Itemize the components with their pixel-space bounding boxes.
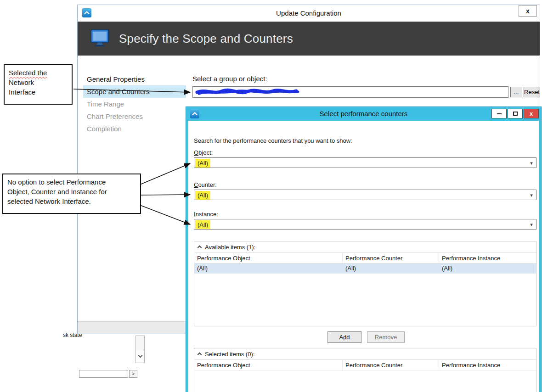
annotation-callout-network-interface: Selected the Network Interface bbox=[4, 64, 73, 105]
dialog-title: Select performance counters bbox=[188, 110, 539, 118]
cell-performance-instance: (All) bbox=[439, 263, 536, 274]
background-vertical-scrollbar[interactable] bbox=[136, 336, 145, 363]
available-items-header[interactable]: Available items (1): bbox=[194, 241, 536, 252]
maximize-button[interactable] bbox=[508, 109, 523, 118]
title-bar[interactable]: Select performance counters x bbox=[188, 107, 539, 121]
access-key: O bbox=[194, 149, 198, 156]
instance-dropdown[interactable]: (All) ▾ bbox=[194, 219, 536, 230]
monitor-icon bbox=[90, 29, 111, 48]
close-button[interactable]: x bbox=[519, 5, 537, 17]
chevron-right-icon: > bbox=[132, 371, 135, 376]
select-performance-counters-dialog: Select performance counters x Search for… bbox=[186, 107, 541, 392]
annotation-text: Object, Counter and Instance for bbox=[7, 187, 136, 196]
group-object-label: Select a group or object: bbox=[192, 75, 267, 83]
nav-item-chart-preferences[interactable]: Chart Preferences bbox=[83, 110, 186, 123]
instance-value: (All) bbox=[195, 220, 210, 229]
collapse-icon bbox=[198, 246, 202, 250]
label-part: bject: bbox=[198, 149, 213, 156]
group-object-input[interactable] bbox=[192, 86, 508, 98]
dialog-content: Search for the performance counters that… bbox=[188, 121, 539, 392]
counter-value: (All) bbox=[195, 191, 210, 200]
browse-button[interactable]: ... bbox=[510, 87, 522, 97]
scroll-right-button[interactable]: > bbox=[129, 370, 137, 378]
chevron-down-icon[interactable]: ▾ bbox=[527, 190, 536, 200]
title-bar[interactable]: Update Configuration x bbox=[78, 5, 540, 22]
window-controls: x bbox=[491, 109, 539, 118]
label-part: nstance: bbox=[196, 211, 218, 218]
counter-dropdown[interactable]: (All) ▾ bbox=[194, 190, 536, 200]
object-label: Object: bbox=[194, 149, 213, 156]
object-dropdown[interactable]: (All) ▾ bbox=[194, 157, 536, 168]
counter-label: Counter: bbox=[194, 181, 217, 188]
nav-item-general-properties[interactable]: General Properties bbox=[83, 73, 186, 85]
cell-performance-object: (All) bbox=[194, 263, 343, 274]
annotation-text: selected Network Interface. bbox=[7, 196, 136, 206]
available-items-panel: Available items (1): Performance Object … bbox=[194, 241, 536, 326]
wizard-nav: General Properties Scope and Counters Ti… bbox=[83, 73, 186, 135]
minimize-icon bbox=[497, 113, 502, 114]
collapse-icon bbox=[198, 353, 202, 357]
instance-label: Instance: bbox=[194, 211, 218, 218]
minimize-button[interactable] bbox=[491, 109, 507, 118]
maximize-icon bbox=[513, 112, 518, 116]
reset-button[interactable]: Reset bbox=[524, 87, 540, 97]
label-part: d bbox=[346, 334, 350, 341]
column-header-performance-object[interactable]: Performance Object bbox=[194, 360, 343, 370]
chevron-down-icon[interactable]: ▾ bbox=[527, 158, 536, 168]
remove-button[interactable]: Remove bbox=[367, 331, 405, 343]
chevron-down-icon bbox=[138, 353, 142, 358]
nav-item-completion[interactable]: Completion bbox=[83, 123, 186, 135]
nav-item-scope-and-counters[interactable]: Scope and Counters bbox=[83, 85, 186, 98]
access-key: R bbox=[375, 334, 379, 341]
table-header-row: Performance Object Performance Counter P… bbox=[194, 252, 536, 263]
label-part: A bbox=[339, 334, 343, 341]
selected-items-label: Selected items (0): bbox=[205, 351, 254, 358]
column-header-performance-instance[interactable]: Performance Instance bbox=[439, 253, 536, 263]
add-button[interactable]: Add bbox=[327, 331, 361, 343]
dialog-header: Specify the Scope and Counters bbox=[78, 22, 540, 56]
column-header-performance-object[interactable]: Performance Object bbox=[194, 253, 343, 263]
chevron-down-icon[interactable]: ▾ bbox=[527, 220, 536, 230]
nav-item-time-range[interactable]: Time Range bbox=[83, 98, 186, 110]
dialog-title: Update Configuration bbox=[78, 9, 540, 17]
redaction-scribble bbox=[194, 87, 305, 97]
selected-items-panel: Selected items (0): Performance Object P… bbox=[194, 348, 536, 392]
scroll-down-button[interactable] bbox=[136, 350, 144, 363]
label-part: ounter: bbox=[198, 181, 216, 188]
column-header-performance-counter[interactable]: Performance Counter bbox=[343, 253, 439, 263]
annotation-text: Interface bbox=[9, 87, 68, 97]
background-horizontal-scrollbar[interactable] bbox=[79, 370, 128, 378]
table-row[interactable]: (All) (All) (All) bbox=[194, 263, 536, 274]
annotation-text: Selected the bbox=[9, 68, 68, 78]
annotation-callout-no-option: No option to select Performance Object, … bbox=[2, 174, 141, 214]
annotation-text: Network bbox=[9, 78, 68, 87]
page-title: Specify the Scope and Counters bbox=[119, 32, 293, 46]
label-part: emove bbox=[379, 334, 397, 341]
close-icon: x bbox=[526, 7, 530, 15]
object-value: (All) bbox=[195, 159, 210, 168]
search-instructions: Search for the performance counters that… bbox=[194, 137, 352, 144]
table-header-row: Performance Object Performance Counter P… bbox=[194, 359, 536, 370]
close-button[interactable]: x bbox=[524, 109, 539, 118]
access-key: C bbox=[194, 181, 198, 188]
column-header-performance-counter[interactable]: Performance Counter bbox=[343, 360, 439, 370]
available-items-label: Available items (1): bbox=[205, 244, 255, 251]
annotation-text: No option to select Performance bbox=[7, 177, 136, 187]
selected-items-header[interactable]: Selected items (0): bbox=[194, 348, 536, 359]
column-header-performance-instance[interactable]: Performance Instance bbox=[439, 360, 536, 370]
cell-performance-counter: (All) bbox=[343, 263, 439, 274]
close-icon: x bbox=[530, 110, 533, 117]
